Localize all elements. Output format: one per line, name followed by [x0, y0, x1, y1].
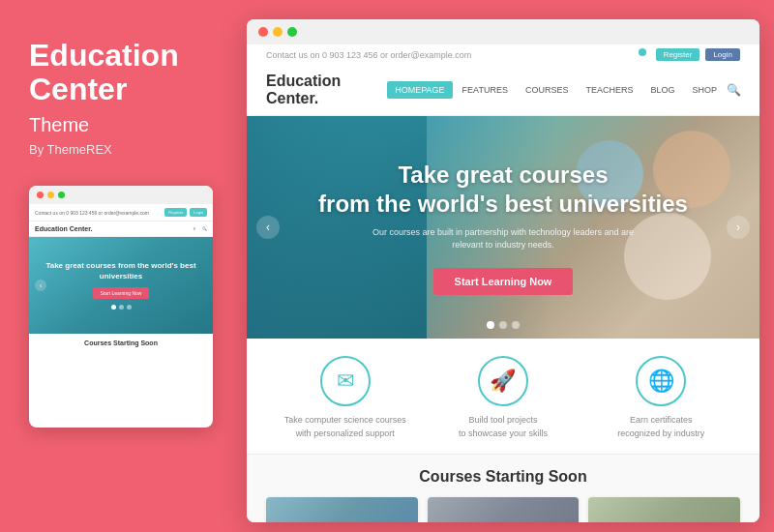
mini-browser-content: Contact us on 0 903 123 456 or order@exa…	[29, 204, 213, 425]
courses-section-title: Courses Starting Soon	[266, 468, 740, 486]
feature-icon-3: 🌐	[636, 356, 686, 406]
dot-green	[287, 27, 297, 37]
feature-item-1: ✉ Take computer science courses with per…	[266, 356, 424, 440]
main-browser: Contact us on 0 903 123 456 or order@exa…	[247, 19, 759, 522]
hero-cta-button[interactable]: Start Learning Now	[433, 268, 574, 295]
dot-yellow	[273, 27, 283, 37]
hero-subtitle: Our courses are built in partnership wit…	[358, 226, 648, 252]
feature-item-2: 🚀 Build tool projects to showcase your s…	[424, 356, 581, 440]
courses-section: Courses Starting Soon	[247, 455, 759, 522]
theme-subtitle: Theme	[29, 114, 208, 136]
mini-nav: ≡ 🔍	[194, 226, 207, 231]
nav-homepage[interactable]: HOMEPAGE	[387, 81, 452, 99]
nav-courses[interactable]: COURSES	[518, 81, 577, 99]
hero-next-arrow[interactable]: ›	[727, 216, 750, 239]
hero-dot-3[interactable]	[512, 321, 520, 329]
mini-site-header: Contact us on 0 903 123 456 or order@exa…	[29, 204, 213, 222]
course-cards-container	[266, 497, 740, 522]
register-button[interactable]: Register	[656, 48, 700, 61]
mini-hero-text: Take great courses from the world's best…	[29, 261, 213, 281]
hero-section: Take great courses from the world's best…	[247, 116, 759, 339]
site-logo: Education Center.	[266, 73, 387, 107]
feature-icon-2: 🚀	[478, 356, 528, 406]
hero-content: Take great courses from the world's best…	[247, 116, 759, 339]
mini-courses-title: Courses Starting Soon	[35, 340, 207, 346]
mini-register-btn[interactable]: Register	[164, 208, 187, 217]
hero-slider-dots	[487, 321, 520, 329]
mini-dot-1	[111, 305, 116, 310]
hero-dot-1[interactable]	[487, 321, 494, 329]
nav-shop[interactable]: SHOP	[684, 81, 725, 99]
nav-features[interactable]: FEATURES	[455, 81, 516, 99]
mini-login-btn[interactable]: Login	[190, 208, 207, 217]
mini-dot-3	[127, 305, 132, 310]
hero-dot-2[interactable]	[499, 321, 507, 329]
star-icon	[639, 48, 646, 56]
browser-chrome-bar	[247, 19, 759, 44]
feature-text-3: Earn certificates recognized by industry	[582, 414, 740, 440]
mini-browser-mockup: Contact us on 0 903 123 456 or order@exa…	[29, 186, 213, 428]
hero-title: Take great courses from the world's best…	[318, 161, 688, 219]
course-card-image-1	[266, 497, 418, 522]
mini-browser-bar	[29, 186, 213, 204]
course-card-image-3	[588, 497, 740, 522]
feature-text-1: Take computer science courses with perso…	[266, 414, 424, 440]
mini-logo: Education Center.	[35, 225, 93, 232]
mini-auth-buttons: Register Login	[164, 208, 207, 217]
theme-title: Education Center	[29, 39, 208, 106]
header-top-bar: Contact us on 0 903 123 456 or order@exa…	[266, 44, 740, 65]
auth-buttons: Register Login	[639, 48, 740, 61]
course-card-1[interactable]	[266, 497, 418, 522]
login-button[interactable]: Login	[705, 48, 740, 61]
mini-bottom: Courses Starting Soon	[29, 334, 213, 352]
nav-teachers[interactable]: TEACHERS	[578, 81, 640, 99]
mini-hero: Take great courses from the world's best…	[29, 237, 213, 334]
site-header: Contact us on 0 903 123 456 or order@exa…	[247, 44, 759, 116]
course-card-3[interactable]	[588, 497, 740, 522]
contact-info: Contact us on 0 903 123 456 or order@exa…	[266, 50, 471, 60]
dot-red	[258, 27, 268, 37]
feature-item-3: 🌐 Earn certificates recognized by indust…	[582, 356, 740, 440]
header-main: Education Center. HOMEPAGE FEATURES COUR…	[266, 65, 740, 115]
mini-dot-red	[37, 192, 44, 198]
left-panel: Education Center Theme By ThemeREX Conta…	[0, 0, 237, 532]
mini-dot-green	[58, 192, 65, 198]
nav-blog[interactable]: BLOG	[642, 81, 682, 99]
feature-icon-1: ✉	[320, 356, 371, 406]
mini-slider-dots	[111, 305, 132, 310]
mini-dot-2	[119, 305, 124, 310]
search-icon[interactable]: 🔍	[727, 83, 740, 97]
mini-contact: Contact us on 0 903 123 456 or order@exa…	[35, 210, 149, 216]
mini-dot-yellow	[47, 192, 54, 198]
site-navigation: HOMEPAGE FEATURES COURSES TEACHERS BLOG …	[387, 81, 740, 99]
course-card-2[interactable]	[428, 497, 580, 522]
course-card-image-2	[428, 497, 580, 522]
features-section: ✉ Take computer science courses with per…	[247, 339, 759, 455]
theme-author: By ThemeREX	[29, 142, 208, 157]
feature-text-2: Build tool projects to showcase your ski…	[424, 414, 581, 440]
mini-cta-button[interactable]: Start Learning Now	[93, 287, 150, 299]
hero-prev-arrow[interactable]: ‹	[256, 216, 280, 239]
